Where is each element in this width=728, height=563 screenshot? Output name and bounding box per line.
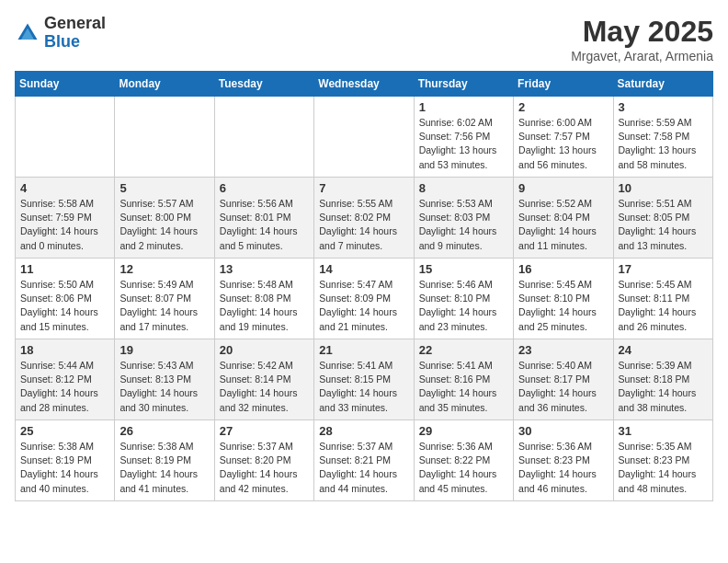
logo-blue: Blue (44, 33, 106, 52)
day-number: 15 (419, 262, 508, 276)
day-info: Sunrise: 5:53 AM Sunset: 8:03 PM Dayligh… (419, 197, 508, 253)
day-info: Sunrise: 5:39 AM Sunset: 8:18 PM Dayligh… (619, 359, 708, 415)
calendar-cell (314, 97, 414, 178)
day-info: Sunrise: 6:00 AM Sunset: 7:57 PM Dayligh… (518, 116, 608, 172)
calendar-cell: 5Sunrise: 5:57 AM Sunset: 8:00 PM Daylig… (115, 178, 214, 259)
calendar-header-row: Sunday Monday Tuesday Wednesday Thursday… (16, 72, 713, 97)
day-number: 18 (20, 343, 109, 357)
day-number: 17 (619, 262, 708, 276)
day-info: Sunrise: 5:45 AM Sunset: 8:10 PM Dayligh… (518, 278, 608, 334)
day-number: 10 (619, 181, 708, 195)
day-number: 11 (20, 262, 109, 276)
day-number: 12 (119, 262, 209, 276)
day-info: Sunrise: 5:41 AM Sunset: 8:15 PM Dayligh… (319, 359, 408, 415)
month-title: May 2025 (571, 15, 713, 49)
calendar-cell: 1Sunrise: 6:02 AM Sunset: 7:56 PM Daylig… (414, 97, 513, 178)
day-number: 20 (220, 343, 309, 357)
day-info: Sunrise: 5:43 AM Sunset: 8:13 PM Dayligh… (119, 359, 209, 415)
day-number: 29 (419, 424, 508, 438)
day-info: Sunrise: 5:38 AM Sunset: 8:19 PM Dayligh… (20, 440, 109, 496)
calendar-cell: 10Sunrise: 5:51 AM Sunset: 8:05 PM Dayli… (613, 178, 712, 259)
day-info: Sunrise: 5:35 AM Sunset: 8:23 PM Dayligh… (619, 440, 708, 496)
calendar-cell: 22Sunrise: 5:41 AM Sunset: 8:16 PM Dayli… (414, 339, 513, 420)
day-number: 19 (119, 343, 209, 357)
logo-general: General (44, 15, 106, 33)
day-number: 4 (20, 181, 109, 195)
calendar-cell: 9Sunrise: 5:52 AM Sunset: 8:04 PM Daylig… (514, 178, 613, 259)
col-monday: Monday (115, 72, 214, 97)
calendar-cell: 18Sunrise: 5:44 AM Sunset: 8:12 PM Dayli… (16, 339, 115, 420)
day-number: 7 (319, 181, 408, 195)
day-number: 27 (220, 424, 309, 438)
day-number: 26 (119, 424, 209, 438)
day-info: Sunrise: 5:41 AM Sunset: 8:16 PM Dayligh… (419, 359, 508, 415)
logo: General Blue (15, 15, 106, 52)
day-info: Sunrise: 5:59 AM Sunset: 7:58 PM Dayligh… (619, 116, 708, 172)
calendar-week-3: 11Sunrise: 5:50 AM Sunset: 8:06 PM Dayli… (16, 259, 713, 339)
calendar-week-1: 1Sunrise: 6:02 AM Sunset: 7:56 PM Daylig… (16, 97, 713, 178)
calendar-cell: 15Sunrise: 5:46 AM Sunset: 8:10 PM Dayli… (414, 259, 513, 339)
day-number: 5 (119, 181, 209, 195)
day-number: 25 (20, 424, 109, 438)
calendar-cell: 4Sunrise: 5:58 AM Sunset: 7:59 PM Daylig… (16, 178, 115, 259)
calendar-cell: 17Sunrise: 5:45 AM Sunset: 8:11 PM Dayli… (613, 259, 712, 339)
day-info: Sunrise: 5:36 AM Sunset: 8:23 PM Dayligh… (518, 440, 608, 496)
day-info: Sunrise: 5:51 AM Sunset: 8:05 PM Dayligh… (619, 197, 708, 253)
day-info: Sunrise: 5:47 AM Sunset: 8:09 PM Dayligh… (319, 278, 408, 334)
day-info: Sunrise: 5:37 AM Sunset: 8:20 PM Dayligh… (220, 440, 309, 496)
calendar-cell: 6Sunrise: 5:56 AM Sunset: 8:01 PM Daylig… (214, 178, 313, 259)
calendar-cell: 24Sunrise: 5:39 AM Sunset: 8:18 PM Dayli… (613, 339, 712, 420)
calendar-cell (214, 97, 313, 178)
day-info: Sunrise: 5:40 AM Sunset: 8:17 PM Dayligh… (518, 359, 608, 415)
day-number: 24 (619, 343, 708, 357)
calendar-cell: 11Sunrise: 5:50 AM Sunset: 8:06 PM Dayli… (16, 259, 115, 339)
day-number: 30 (518, 424, 608, 438)
day-number: 21 (319, 343, 408, 357)
day-info: Sunrise: 5:50 AM Sunset: 8:06 PM Dayligh… (20, 278, 109, 334)
calendar-week-5: 25Sunrise: 5:38 AM Sunset: 8:19 PM Dayli… (16, 420, 713, 501)
day-info: Sunrise: 5:52 AM Sunset: 8:04 PM Dayligh… (518, 197, 608, 253)
col-sunday: Sunday (16, 72, 115, 97)
calendar-cell: 21Sunrise: 5:41 AM Sunset: 8:15 PM Dayli… (314, 339, 414, 420)
day-number: 6 (220, 181, 309, 195)
calendar-cell: 23Sunrise: 5:40 AM Sunset: 8:17 PM Dayli… (514, 339, 613, 420)
col-friday: Friday (514, 72, 613, 97)
location-subtitle: Mrgavet, Ararat, Armenia (571, 49, 713, 63)
calendar-cell: 8Sunrise: 5:53 AM Sunset: 8:03 PM Daylig… (414, 178, 513, 259)
day-info: Sunrise: 5:56 AM Sunset: 8:01 PM Dayligh… (220, 197, 309, 253)
day-info: Sunrise: 5:58 AM Sunset: 7:59 PM Dayligh… (20, 197, 109, 253)
col-thursday: Thursday (414, 72, 513, 97)
col-wednesday: Wednesday (314, 72, 414, 97)
calendar-cell (115, 97, 214, 178)
day-info: Sunrise: 5:55 AM Sunset: 8:02 PM Dayligh… (319, 197, 408, 253)
calendar-cell: 20Sunrise: 5:42 AM Sunset: 8:14 PM Dayli… (214, 339, 313, 420)
logo-text: General Blue (44, 15, 106, 52)
calendar-week-2: 4Sunrise: 5:58 AM Sunset: 7:59 PM Daylig… (16, 178, 713, 259)
calendar-cell: 3Sunrise: 5:59 AM Sunset: 7:58 PM Daylig… (613, 97, 712, 178)
day-info: Sunrise: 5:44 AM Sunset: 8:12 PM Dayligh… (20, 359, 109, 415)
title-block: May 2025 Mrgavet, Ararat, Armenia (571, 15, 713, 63)
day-number: 31 (619, 424, 708, 438)
day-info: Sunrise: 5:48 AM Sunset: 8:08 PM Dayligh… (220, 278, 309, 334)
page-header: General Blue May 2025 Mrgavet, Ararat, A… (15, 15, 713, 63)
logo-icon (15, 20, 40, 46)
calendar-cell: 7Sunrise: 5:55 AM Sunset: 8:02 PM Daylig… (314, 178, 414, 259)
day-info: Sunrise: 6:02 AM Sunset: 7:56 PM Dayligh… (419, 116, 508, 172)
calendar-cell: 29Sunrise: 5:36 AM Sunset: 8:22 PM Dayli… (414, 420, 513, 501)
day-info: Sunrise: 5:37 AM Sunset: 8:21 PM Dayligh… (319, 440, 408, 496)
day-info: Sunrise: 5:46 AM Sunset: 8:10 PM Dayligh… (419, 278, 508, 334)
day-number: 23 (518, 343, 608, 357)
day-number: 16 (518, 262, 608, 276)
calendar-cell: 31Sunrise: 5:35 AM Sunset: 8:23 PM Dayli… (613, 420, 712, 501)
day-info: Sunrise: 5:38 AM Sunset: 8:19 PM Dayligh… (119, 440, 209, 496)
day-number: 9 (518, 181, 608, 195)
calendar-week-4: 18Sunrise: 5:44 AM Sunset: 8:12 PM Dayli… (16, 339, 713, 420)
calendar-cell: 14Sunrise: 5:47 AM Sunset: 8:09 PM Dayli… (314, 259, 414, 339)
calendar-cell: 19Sunrise: 5:43 AM Sunset: 8:13 PM Dayli… (115, 339, 214, 420)
day-number: 13 (220, 262, 309, 276)
calendar-cell: 13Sunrise: 5:48 AM Sunset: 8:08 PM Dayli… (214, 259, 313, 339)
day-number: 1 (419, 100, 508, 114)
day-number: 3 (619, 100, 708, 114)
day-number: 14 (319, 262, 408, 276)
day-info: Sunrise: 5:36 AM Sunset: 8:22 PM Dayligh… (419, 440, 508, 496)
